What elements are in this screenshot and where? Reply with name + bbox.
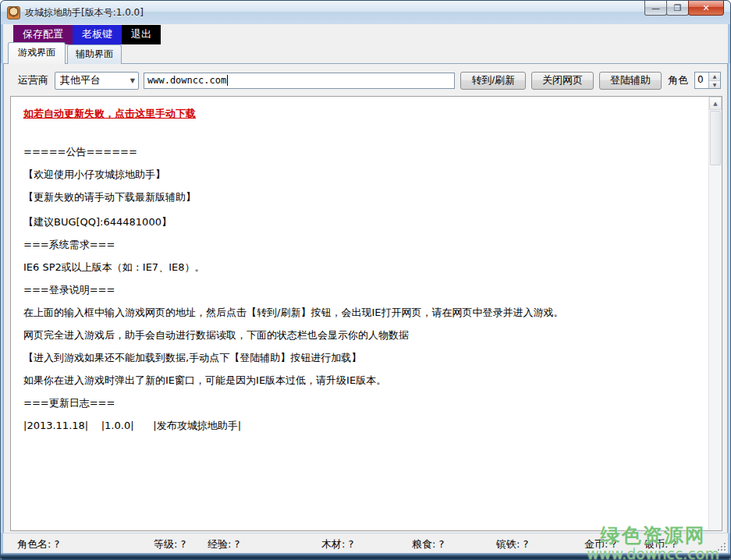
window-controls: — ❐ ✕ [645,1,724,16]
maximize-button[interactable]: ❐ [666,1,689,16]
status-role-name: 角色名: ? [17,537,59,551]
notice-line: ===登录说明=== [23,284,698,296]
app-window: 攻城掠地助手[版本号:1.0.0] — ❐ ✕ 保存配置 老板键 退出 游戏界面… [0,0,731,560]
notice-line: 如果你在进入游戏时弹出了新的IE窗口，可能是因为IE版本过低，请升级IE版本。 [23,374,698,387]
notice-line: ===系统需求=== [23,239,698,251]
toolbar: 运营商 其他平台 ▼ www.downcc.com 转到/刷新 关闭网页 登陆辅… [4,64,727,94]
notice-page: 如若自动更新失败，点击这里手动下载 =====公告====== 【欢迎使用小仔攻… [10,96,722,531]
url-value: www.downcc.com [147,75,226,86]
maximize-icon: ❐ [674,4,682,12]
tab-game-view[interactable]: 游戏界面 [8,42,66,64]
title-bar: 攻城掠地助手[版本号:1.0.0] — ❐ ✕ [1,1,730,24]
minimize-button[interactable]: — [644,1,667,16]
notice-line: 在上面的输入框中输入游戏网页的地址，然后点击【转到/刷新】按钮，会出现IE打开网… [23,307,698,319]
notice-line: 网页完全进入游戏后，助手会自动进行数据读取，下面的状态栏也会显示你的人物数据 [23,329,698,342]
chevron-down-icon: ▼ [130,77,135,84]
status-food: 粮食: ? [412,537,444,551]
notice-line: ===更新日志=== [23,397,698,409]
close-icon: ✕ [702,4,709,12]
content-area: 如若自动更新失败，点击这里手动下载 =====公告====== 【欢迎使用小仔攻… [10,96,722,531]
role-value: 0 [695,73,708,88]
url-input[interactable]: www.downcc.com [144,73,455,89]
menu-item-exit[interactable]: 退出 [122,25,161,44]
operator-select[interactable]: 其他平台 ▼ [55,72,139,90]
notice-line: 【建议BUG[QQ]:644481000】 [23,216,698,229]
menu-strip: 保存配置 老板键 退出 [13,25,161,44]
notice-line: IE6 SP2或以上版本（如：IE7、IE8）。 [23,261,698,274]
notice-line: 【进入到游戏如果还不能加载到数据,手动点下【登陆辅助】按钮进行加载】 [23,352,698,364]
role-spin-buttons: ▲ ▼ [708,73,720,88]
status-silver: 银币: ? [644,537,676,551]
tab-strip: 游戏界面 辅助界面 [1,44,730,63]
notice-line: 【欢迎使用小仔攻城掠地助手】 [23,168,698,181]
spin-up-icon[interactable]: ▲ [709,73,720,81]
close-page-button[interactable]: 关闭网页 [531,72,594,90]
login-assist-button[interactable]: 登陆辅助 [599,72,662,90]
operator-label: 运营商 [18,73,48,87]
status-level: 等级: ? [154,537,186,551]
menu-bar: 保存配置 老板键 退出 [1,24,730,44]
role-label: 角色 [668,73,688,87]
status-bar: 角色名: ? 等级: ? 经验: ? 木材: ? 粮食: ? 镔铁: ? 金币:… [1,533,730,553]
go-refresh-button[interactable]: 转到/刷新 [460,72,526,90]
scroll-up-icon[interactable]: ▲ [709,97,722,110]
notice-line: |2013.11.18| |1.0.0| |发布攻城掠地助手| [23,420,698,432]
resize-grip[interactable] [716,541,726,551]
tab-assist-view[interactable]: 辅助界面 [67,44,122,64]
operator-selected-value: 其他平台 [60,73,101,87]
scrollbar-thumb[interactable] [710,111,721,165]
app-icon [7,6,20,19]
minimize-icon: — [651,4,660,12]
text-caret [227,75,228,86]
status-iron: 镔铁: ? [496,537,528,551]
menu-item-save-config[interactable]: 保存配置 [13,25,73,44]
notice-line: 【更新失败的请手动下载最新版辅助】 [23,191,698,204]
role-stepper[interactable]: 0 ▲ ▼ [694,72,721,89]
close-button[interactable]: ✕ [688,1,724,16]
window-title: 攻城掠地助手[版本号:1.0.0] [25,6,144,19]
window-bottom-frame [1,553,730,559]
spin-down-icon[interactable]: ▼ [709,81,720,89]
status-exp: 经验: ? [208,537,240,551]
vertical-scrollbar[interactable]: ▲ [708,97,722,530]
manual-download-link[interactable]: 如若自动更新失败，点击这里手动下载 [23,108,698,120]
tab-page-game: 运营商 其他平台 ▼ www.downcc.com 转到/刷新 关闭网页 登陆辅… [3,63,728,533]
notice-line: =====公告====== [23,146,698,158]
status-wood: 木材: ? [321,537,353,551]
status-gold: 金币: ? [584,537,616,551]
menu-item-boss-key[interactable]: 老板键 [73,25,122,44]
